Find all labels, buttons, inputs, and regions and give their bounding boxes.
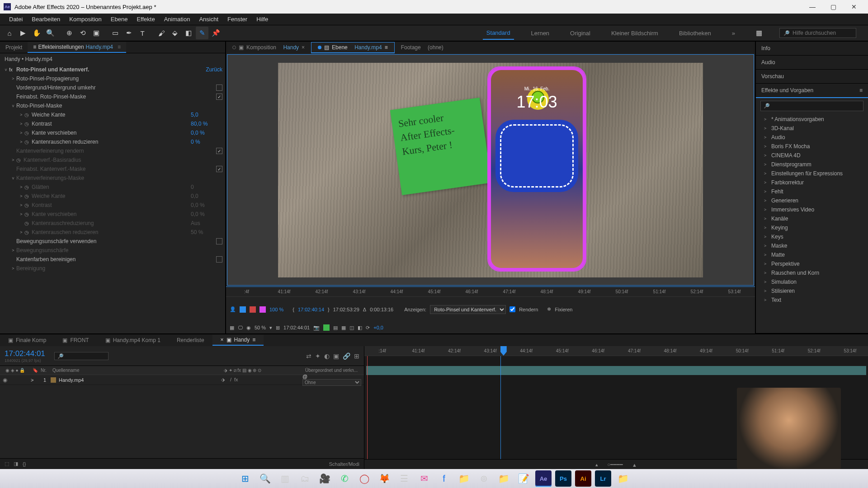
panel-info[interactable]: Info: [756, 42, 868, 55]
fg-color[interactable]: [240, 306, 246, 313]
viewer-mini-ruler[interactable]: :4f41:14f42:14f43:14f44:14f45:14f46:14f4…: [226, 286, 755, 296]
effect-property-row[interactable]: >◷Kontrast80,0 %: [0, 119, 225, 128]
tab-projekt[interactable]: Projekt: [0, 42, 28, 52]
show-dropdown[interactable]: Roto-Pinsel und Kantenverf.: [430, 305, 506, 314]
menu-ebene[interactable]: Ebene: [106, 14, 132, 24]
preset-category[interactable]: >Audio: [756, 133, 868, 142]
effect-property-row[interactable]: Kantenfarben bereinigen: [0, 255, 225, 264]
effect-property-row[interactable]: Kantenverfeinerung rendern✓: [0, 146, 225, 155]
hand-tool[interactable]: ✋: [30, 27, 43, 39]
effect-property-row[interactable]: >Bereinigung: [0, 264, 225, 273]
preset-category[interactable]: >Simulation: [756, 277, 868, 286]
preset-category[interactable]: >Stilisieren: [756, 286, 868, 296]
checkbox[interactable]: [216, 238, 222, 244]
stopwatch-icon[interactable]: ◷: [16, 157, 24, 163]
zoom-tool[interactable]: 🔍: [44, 27, 57, 39]
text-tool[interactable]: T: [136, 27, 149, 39]
freeze-icon[interactable]: ❄: [547, 306, 551, 312]
person-icon[interactable]: 👤: [230, 306, 236, 312]
stopwatch-icon[interactable]: ◷: [24, 184, 32, 190]
rotate-tool[interactable]: ⟲: [76, 27, 89, 39]
pen-tool[interactable]: ✒: [123, 27, 135, 39]
checkbox[interactable]: ✓: [216, 166, 222, 172]
checkbox[interactable]: [216, 256, 222, 263]
maximize-button[interactable]: ▢: [823, 0, 844, 14]
panel-menu-icon[interactable]: ≡: [118, 44, 121, 50]
taskbar-facebook[interactable]: f: [436, 470, 452, 487]
stopwatch-icon[interactable]: ◷: [24, 121, 32, 127]
effect-property-row[interactable]: vRoto-Pinsel-Maske: [0, 101, 225, 110]
pickwhip-icon[interactable]: @: [302, 374, 307, 379]
close-button[interactable]: ✕: [844, 0, 864, 14]
switches-modes-toggle[interactable]: Schalter/Modi: [329, 461, 359, 467]
anchor-tool[interactable]: ▣: [90, 27, 103, 39]
bg-color[interactable]: [250, 306, 256, 313]
effect-property-row[interactable]: >◷Weiche Kante0,0: [0, 192, 225, 201]
tl-tab-finale[interactable]: ▣Finale Komp: [0, 335, 54, 345]
stopwatch-icon[interactable]: ◷: [24, 139, 32, 145]
preset-category[interactable]: >Rauschen und Korn: [756, 268, 868, 277]
tl-icon-1[interactable]: ⇄: [306, 352, 311, 360]
checkbox[interactable]: [216, 84, 222, 91]
tl-footericon-1[interactable]: ⬚: [5, 461, 9, 467]
layer-color-chip[interactable]: [51, 377, 56, 383]
stopwatch-icon[interactable]: ◷: [24, 221, 32, 226]
tl-icon-3[interactable]: ◐: [324, 352, 330, 360]
workspace-original[interactable]: Original: [566, 27, 594, 39]
preset-category[interactable]: >Keys: [756, 232, 868, 241]
presets-search[interactable]: 🔎: [760, 101, 863, 111]
effect-property-row[interactable]: vKantenverfeinerungs-Maske: [0, 174, 225, 183]
tl-icon-6[interactable]: ⊞: [354, 352, 359, 360]
taskbar-app[interactable]: ☰: [396, 470, 412, 487]
layer-track-bar[interactable]: [366, 366, 866, 375]
out-timecode[interactable]: 17:02:53:29: [333, 307, 359, 312]
monitor-icon[interactable]: 🖵: [238, 325, 243, 330]
panel-menu-icon[interactable]: ≡: [252, 337, 255, 343]
effect-property-row[interactable]: >Bewegungsunschärfe: [0, 246, 225, 255]
timeline-timecode[interactable]: 17:02:44:01: [5, 349, 45, 358]
preset-category[interactable]: >Einstellungen für Expressions: [756, 169, 868, 178]
taskbar-opera[interactable]: ◯: [356, 470, 373, 487]
taskbar-explorer[interactable]: 🗂: [297, 470, 313, 487]
panel-menu-icon[interactable]: ≡: [385, 44, 388, 51]
visibility-toggle[interactable]: ◉: [3, 377, 12, 383]
preset-category[interactable]: >Maske: [756, 241, 868, 250]
tl-icon-5[interactable]: 🔗: [343, 352, 350, 360]
render-checkbox[interactable]: [509, 306, 515, 312]
preset-category[interactable]: >Matte: [756, 250, 868, 259]
preset-category[interactable]: >Boris FX Mocha: [756, 142, 868, 151]
effect-property-row[interactable]: Feinabst. Roto-Pinsel-Maske✓: [0, 92, 225, 101]
timeline-ruler[interactable]: :14f41:14f42:14f43:14f44:14f45:14f46:14f…: [364, 346, 868, 356]
selection-tool[interactable]: ▶: [17, 27, 29, 39]
playhead[interactable]: [500, 346, 507, 356]
fx-toggle-icon[interactable]: fx: [9, 67, 16, 72]
taskbar-notepad[interactable]: 📝: [515, 470, 532, 487]
panel-effekte-vorgaben[interactable]: Effekte und Vorgaben ≡: [756, 84, 868, 98]
tl-tab-handykomp[interactable]: ▣Handy.mp4 Komp 1: [97, 335, 169, 345]
taskbar-search[interactable]: 🔍: [257, 470, 273, 487]
taskbar-firefox[interactable]: 🦊: [376, 470, 392, 487]
effect-property-row[interactable]: ◷KantenrauschreduzierungAus: [0, 219, 225, 228]
stopwatch-icon[interactable]: ◷: [24, 130, 32, 136]
close-icon[interactable]: ×: [302, 44, 305, 51]
zoom-value[interactable]: 50 %: [255, 325, 266, 330]
stopwatch-icon[interactable]: ◷: [24, 202, 32, 208]
tl-icon-2[interactable]: ✦: [315, 352, 321, 360]
preset-category[interactable]: >Kanäle: [756, 214, 868, 223]
menu-fenster[interactable]: Fenster: [223, 14, 252, 24]
panel-audio[interactable]: Audio: [756, 56, 868, 69]
tl-footericon-2[interactable]: ◨: [14, 461, 18, 467]
zoom-in-icon[interactable]: ▲: [632, 462, 637, 468]
effect-property-row[interactable]: >◷Kantenverf.-Basisradius: [0, 155, 225, 164]
home-tool[interactable]: ⌂: [3, 27, 16, 39]
taskbar-pr[interactable]: 📁: [615, 470, 631, 487]
orbit-tool[interactable]: ⊕: [63, 27, 75, 39]
transparency-icon[interactable]: ◫: [349, 325, 354, 331]
tl-icon-4[interactable]: ▣: [333, 352, 339, 360]
taskbar-messenger[interactable]: ✉: [416, 470, 432, 487]
taskbar-obs[interactable]: ⊚: [476, 470, 492, 487]
taskbar-folder[interactable]: 📁: [456, 470, 472, 487]
tab-effekteinstellungen[interactable]: ≡ Effekteinstellungen Handy.mp4 ≡: [28, 42, 126, 53]
viewer-tab-footage[interactable]: Footage (ohne): [395, 42, 450, 52]
taskbar-teams[interactable]: 🎥: [316, 470, 333, 487]
